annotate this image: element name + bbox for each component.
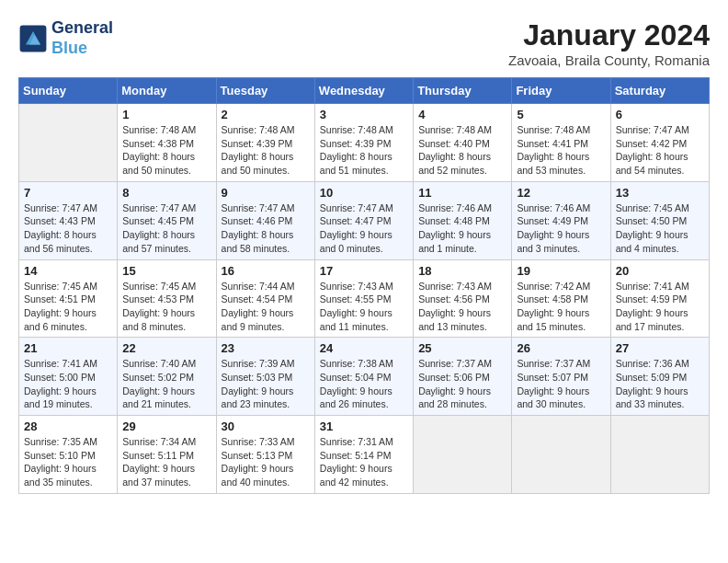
day-number: 26 bbox=[517, 341, 605, 355]
day-info: Sunrise: 7:46 AMSunset: 4:49 PMDaylight:… bbox=[517, 201, 605, 256]
calendar-cell: 19Sunrise: 7:42 AMSunset: 4:58 PMDayligh… bbox=[512, 259, 610, 338]
day-number: 24 bbox=[320, 341, 408, 355]
day-info: Sunrise: 7:48 AMSunset: 4:41 PMDaylight:… bbox=[517, 123, 605, 178]
calendar-week-row: 28Sunrise: 7:35 AMSunset: 5:10 PMDayligh… bbox=[19, 416, 710, 494]
calendar-cell bbox=[414, 416, 512, 494]
calendar-cell: 15Sunrise: 7:45 AMSunset: 4:53 PMDayligh… bbox=[118, 259, 216, 338]
day-info: Sunrise: 7:36 AMSunset: 5:09 PMDaylight:… bbox=[616, 357, 704, 411]
calendar-cell: 9Sunrise: 7:47 AMSunset: 4:46 PMDaylight… bbox=[216, 181, 314, 259]
calendar-cell: 25Sunrise: 7:37 AMSunset: 5:06 PMDayligh… bbox=[414, 338, 512, 416]
day-info: Sunrise: 7:41 AMSunset: 4:59 PMDaylight:… bbox=[616, 280, 704, 334]
calendar-cell: 4Sunrise: 7:48 AMSunset: 4:40 PMDaylight… bbox=[414, 104, 512, 182]
logo: General Blue bbox=[18, 18, 113, 58]
day-info: Sunrise: 7:35 AMSunset: 5:10 PMDaylight:… bbox=[24, 435, 112, 489]
day-number: 11 bbox=[418, 186, 506, 200]
weekday-header-tuesday: Tuesday bbox=[216, 78, 314, 104]
calendar-cell bbox=[610, 416, 709, 494]
calendar-cell: 6Sunrise: 7:47 AMSunset: 4:42 PMDaylight… bbox=[610, 104, 709, 182]
calendar-cell: 24Sunrise: 7:38 AMSunset: 5:04 PMDayligh… bbox=[314, 338, 413, 416]
day-number: 27 bbox=[616, 341, 704, 355]
calendar-week-row: 14Sunrise: 7:45 AMSunset: 4:51 PMDayligh… bbox=[19, 259, 710, 338]
day-number: 3 bbox=[320, 108, 408, 121]
day-info: Sunrise: 7:40 AMSunset: 5:02 PMDaylight:… bbox=[122, 357, 210, 411]
calendar-week-row: 1Sunrise: 7:48 AMSunset: 4:38 PMDaylight… bbox=[19, 104, 710, 182]
weekday-header-saturday: Saturday bbox=[610, 78, 709, 104]
day-number: 12 bbox=[517, 186, 605, 200]
day-number: 30 bbox=[222, 419, 310, 433]
day-number: 7 bbox=[24, 186, 112, 200]
calendar-cell: 11Sunrise: 7:46 AMSunset: 4:48 PMDayligh… bbox=[414, 181, 512, 259]
calendar-week-row: 21Sunrise: 7:41 AMSunset: 5:00 PMDayligh… bbox=[19, 338, 710, 416]
day-info: Sunrise: 7:34 AMSunset: 5:11 PMDaylight:… bbox=[122, 435, 210, 489]
weekday-header-monday: Monday bbox=[118, 78, 216, 104]
day-info: Sunrise: 7:48 AMSunset: 4:40 PMDaylight:… bbox=[418, 123, 506, 178]
day-number: 29 bbox=[122, 419, 210, 433]
calendar-cell: 2Sunrise: 7:48 AMSunset: 4:39 PMDaylight… bbox=[216, 104, 314, 182]
day-info: Sunrise: 7:48 AMSunset: 4:39 PMDaylight:… bbox=[320, 123, 408, 178]
day-info: Sunrise: 7:43 AMSunset: 4:55 PMDaylight:… bbox=[320, 280, 408, 334]
weekday-header-friday: Friday bbox=[512, 78, 610, 104]
calendar-cell: 29Sunrise: 7:34 AMSunset: 5:11 PMDayligh… bbox=[118, 416, 216, 494]
calendar-week-row: 7Sunrise: 7:47 AMSunset: 4:43 PMDaylight… bbox=[19, 181, 710, 259]
day-number: 15 bbox=[122, 264, 210, 278]
day-info: Sunrise: 7:33 AMSunset: 5:13 PMDaylight:… bbox=[222, 435, 310, 489]
day-number: 25 bbox=[418, 341, 506, 355]
day-info: Sunrise: 7:45 AMSunset: 4:51 PMDaylight:… bbox=[24, 280, 112, 334]
calendar-cell: 17Sunrise: 7:43 AMSunset: 4:55 PMDayligh… bbox=[314, 259, 413, 338]
calendar-cell: 22Sunrise: 7:40 AMSunset: 5:02 PMDayligh… bbox=[118, 338, 216, 416]
day-number: 14 bbox=[24, 264, 112, 278]
day-info: Sunrise: 7:48 AMSunset: 4:38 PMDaylight:… bbox=[122, 123, 210, 178]
day-info: Sunrise: 7:31 AMSunset: 5:14 PMDaylight:… bbox=[320, 435, 408, 489]
calendar-cell: 5Sunrise: 7:48 AMSunset: 4:41 PMDaylight… bbox=[512, 104, 610, 182]
day-number: 8 bbox=[122, 186, 210, 200]
page-subtitle: Zavoaia, Braila County, Romania bbox=[508, 52, 710, 68]
day-info: Sunrise: 7:42 AMSunset: 4:58 PMDaylight:… bbox=[517, 280, 605, 334]
day-info: Sunrise: 7:37 AMSunset: 5:07 PMDaylight:… bbox=[517, 357, 605, 411]
calendar-cell: 12Sunrise: 7:46 AMSunset: 4:49 PMDayligh… bbox=[512, 181, 610, 259]
calendar-cell: 16Sunrise: 7:44 AMSunset: 4:54 PMDayligh… bbox=[216, 259, 314, 338]
day-number: 1 bbox=[122, 108, 210, 121]
day-number: 6 bbox=[616, 108, 704, 121]
calendar-cell: 8Sunrise: 7:47 AMSunset: 4:45 PMDaylight… bbox=[118, 181, 216, 259]
day-number: 9 bbox=[222, 186, 310, 200]
calendar-cell: 27Sunrise: 7:36 AMSunset: 5:09 PMDayligh… bbox=[610, 338, 709, 416]
day-info: Sunrise: 7:47 AMSunset: 4:43 PMDaylight:… bbox=[24, 201, 112, 256]
calendar-cell: 18Sunrise: 7:43 AMSunset: 4:56 PMDayligh… bbox=[414, 259, 512, 338]
day-info: Sunrise: 7:43 AMSunset: 4:56 PMDaylight:… bbox=[418, 280, 506, 334]
logo-text: General Blue bbox=[51, 18, 113, 58]
day-number: 31 bbox=[320, 419, 408, 433]
day-number: 22 bbox=[122, 341, 210, 355]
day-number: 17 bbox=[320, 264, 408, 278]
weekday-header-thursday: Thursday bbox=[414, 78, 512, 104]
calendar-cell: 31Sunrise: 7:31 AMSunset: 5:14 PMDayligh… bbox=[314, 416, 413, 494]
day-number: 23 bbox=[222, 341, 310, 355]
calendar-cell bbox=[19, 104, 118, 182]
day-number: 18 bbox=[418, 264, 506, 278]
calendar-cell: 13Sunrise: 7:45 AMSunset: 4:50 PMDayligh… bbox=[610, 181, 709, 259]
page-title: January 2024 bbox=[508, 18, 710, 52]
day-number: 2 bbox=[222, 108, 310, 121]
calendar-cell: 21Sunrise: 7:41 AMSunset: 5:00 PMDayligh… bbox=[19, 338, 118, 416]
calendar-cell: 30Sunrise: 7:33 AMSunset: 5:13 PMDayligh… bbox=[216, 416, 314, 494]
day-info: Sunrise: 7:47 AMSunset: 4:47 PMDaylight:… bbox=[320, 201, 408, 256]
logo-line1: General bbox=[51, 18, 113, 39]
day-number: 21 bbox=[24, 341, 112, 355]
calendar-cell: 7Sunrise: 7:47 AMSunset: 4:43 PMDaylight… bbox=[19, 181, 118, 259]
day-info: Sunrise: 7:47 AMSunset: 4:42 PMDaylight:… bbox=[616, 123, 704, 178]
day-info: Sunrise: 7:37 AMSunset: 5:06 PMDaylight:… bbox=[418, 357, 506, 411]
logo-line2: Blue bbox=[51, 39, 113, 59]
day-number: 4 bbox=[418, 108, 506, 121]
calendar-cell: 23Sunrise: 7:39 AMSunset: 5:03 PMDayligh… bbox=[216, 338, 314, 416]
calendar-cell: 26Sunrise: 7:37 AMSunset: 5:07 PMDayligh… bbox=[512, 338, 610, 416]
day-number: 19 bbox=[517, 264, 605, 278]
day-number: 10 bbox=[320, 186, 408, 200]
weekday-header-wednesday: Wednesday bbox=[314, 78, 413, 104]
day-info: Sunrise: 7:44 AMSunset: 4:54 PMDaylight:… bbox=[222, 280, 310, 334]
calendar-cell: 28Sunrise: 7:35 AMSunset: 5:10 PMDayligh… bbox=[19, 416, 118, 494]
day-number: 16 bbox=[222, 264, 310, 278]
calendar-table: SundayMondayTuesdayWednesdayThursdayFrid… bbox=[18, 77, 710, 494]
calendar-cell: 20Sunrise: 7:41 AMSunset: 4:59 PMDayligh… bbox=[610, 259, 709, 338]
day-info: Sunrise: 7:46 AMSunset: 4:48 PMDaylight:… bbox=[418, 201, 506, 256]
day-info: Sunrise: 7:45 AMSunset: 4:50 PMDaylight:… bbox=[616, 201, 704, 256]
weekday-header-sunday: Sunday bbox=[19, 78, 118, 104]
